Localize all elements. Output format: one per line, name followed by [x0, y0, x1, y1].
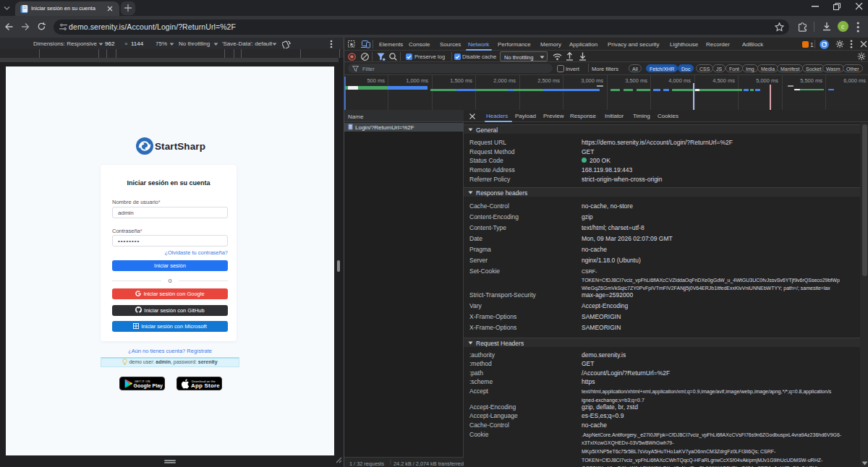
- svg-text:StartSharp: StartSharp: [155, 141, 205, 152]
